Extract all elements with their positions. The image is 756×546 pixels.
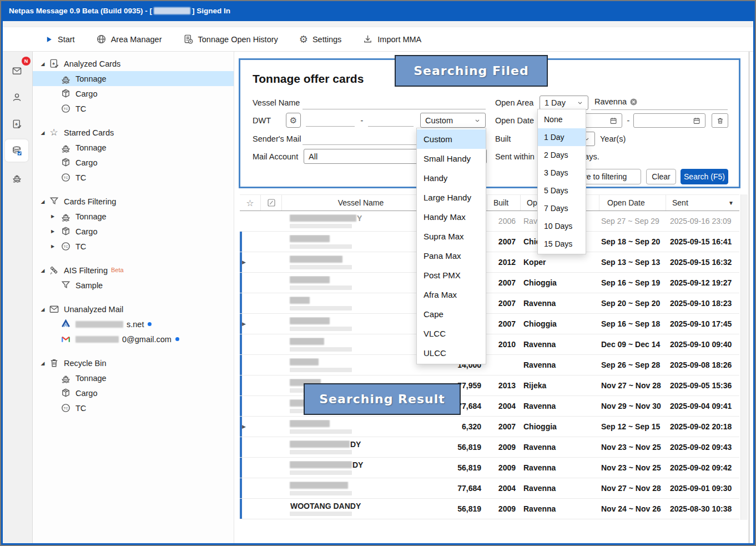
toolbar-tonnage-open-history[interactable]: Tonnage Open History	[183, 34, 278, 44]
dwt-min-input[interactable]	[306, 113, 355, 127]
open-area-range-option-3-days[interactable]: 3 Days	[538, 164, 586, 182]
expanded-triangle-icon[interactable]: ◢	[38, 268, 47, 273]
vessel-name-input[interactable]	[303, 96, 486, 109]
table-scrollbar[interactable]	[740, 194, 748, 520]
sidebar-item-tonnage[interactable]: Tonnage	[33, 370, 234, 385]
row-expand-icon[interactable]: ▶	[240, 424, 260, 429]
expanded-triangle-icon[interactable]: ◢	[38, 130, 47, 136]
column-header-star[interactable]: ☆	[240, 195, 260, 211]
vessel-size-option-ulcc[interactable]: ULCC	[417, 343, 486, 363]
sidebar-item-account[interactable]: s.net	[33, 317, 234, 332]
open-area-range-option-5-days[interactable]: 5 Days	[538, 182, 586, 199]
dwt-settings-button[interactable]: ⚙	[286, 113, 301, 128]
sidebar-group-recycle-bin[interactable]: ◢Recycle Bin	[33, 355, 234, 370]
rail-item-cards[interactable]: ♠	[5, 113, 28, 135]
sidebar-item-cargo[interactable]: ▶Cargo	[33, 224, 234, 239]
sidebar-item-tc[interactable]: TCTC	[33, 400, 234, 415]
rail-item-ship[interactable]	[5, 166, 28, 188]
table-row[interactable]: DY56,8192009RavennaNov 23 ~ Nov 252025-0…	[240, 458, 739, 478]
table-row[interactable]: DY56,8192009RavennaNov 23 ~ Nov 252025-0…	[240, 437, 739, 458]
table-row[interactable]: ▶2007ChioggiaSep 16 ~ Sep 182025-09-10 1…	[240, 314, 739, 334]
vessel-size-option-cape[interactable]: Cape	[417, 304, 486, 324]
sidebar-item-tonnage[interactable]: Tonnage	[33, 140, 234, 155]
open-area-range-option-none[interactable]: None	[538, 111, 586, 128]
vessel-size-option-supra-max[interactable]: Supra Max	[417, 227, 486, 246]
sidebar-group-cards-filtering[interactable]: ◢Cards Filtering	[33, 194, 234, 209]
table-row[interactable]: ▶2012KoperSep 13 ~ Sep 132025-09-15 16:3…	[240, 252, 739, 273]
table-row[interactable]: 2007ChioggiaSep 18 ~ Sep 202025-09-15 16…	[240, 232, 739, 252]
dwt-max-input[interactable]	[368, 113, 414, 127]
chip-close-icon[interactable]	[629, 98, 638, 106]
open-area-range-select[interactable]: 1 Day	[540, 96, 588, 110]
column-header-date[interactable]: Open Date	[599, 195, 666, 211]
sidebar-group-starred-cards[interactable]: ◢☆Starred Cards	[33, 125, 234, 140]
sidebar-item-tonnage[interactable]: ▶Tonnage	[33, 209, 234, 224]
table-row[interactable]: 2007ChioggiaSep 16 ~ Sep 192025-09-12 19…	[240, 273, 739, 293]
toolbar-import-mma[interactable]: Import MMA	[362, 34, 421, 44]
open-area-range-option-10-days[interactable]: 10 Days	[538, 217, 586, 235]
rail-item-mail[interactable]: N	[5, 59, 28, 82]
open-date-end-input[interactable]	[633, 113, 705, 128]
search-button[interactable]: Search (F5)	[681, 169, 728, 184]
vessel-size-option-vlcc[interactable]: VLCC	[417, 324, 486, 343]
table-row[interactable]: WOOTANG DANDY56,8192009RavennaNov 24 ~ N…	[240, 499, 739, 519]
sidebar-group-unanalyzed-mail[interactable]: ◢Unanalyzed Mail	[33, 302, 234, 317]
expanded-triangle-icon[interactable]: ◢	[38, 61, 47, 67]
open-date-cell: Nov 29 ~ Nov 30	[599, 402, 666, 410]
vessel-size-select[interactable]: Custom	[420, 113, 486, 128]
vessel-size-option-post-pmx[interactable]: Post PMX	[417, 266, 486, 285]
table-row[interactable]: 2007RavennaSep 20 ~ Sep 202025-09-10 18:…	[240, 293, 739, 314]
toolbar-start[interactable]: Start	[44, 35, 75, 44]
sidebar-item-cargo[interactable]: Cargo	[33, 385, 234, 400]
built-cell: 2007	[487, 319, 520, 328]
table-row[interactable]: 77,6842004RavennaNov 27 ~ Nov 282025-09-…	[240, 478, 739, 499]
table-row[interactable]: 2010RavennaDec 09 ~ Dec 142025-09-10 09:…	[240, 334, 739, 355]
toolbar-settings[interactable]: ⚙Settings	[299, 33, 342, 46]
open-area-range-option-7-days[interactable]: 7 Days	[538, 199, 586, 217]
open-area-range-option-1-day[interactable]: 1 Day	[538, 128, 586, 146]
sidebar-group-analyzed-cards[interactable]: ◢♠Analyzed Cards	[33, 56, 234, 71]
table-row[interactable]: Y2006RavennaSep 27 ~ Sep 292025-09-16 23…	[240, 211, 739, 232]
expanded-triangle-icon[interactable]: ◢	[38, 307, 47, 312]
rail-item-db[interactable]	[5, 139, 28, 162]
column-header-sent[interactable]: Sent▼	[666, 195, 739, 211]
row-expand-icon[interactable]: ▶	[240, 259, 260, 265]
rail-item-person[interactable]	[5, 86, 28, 108]
sidebar-item-tonnage[interactable]: Tonnage	[33, 71, 234, 86]
collapsed-triangle-icon[interactable]: ▶	[49, 229, 59, 234]
sidebar-item-tc[interactable]: ▶TCTC	[33, 239, 234, 254]
vessel-size-option-handy[interactable]: Handy	[417, 168, 486, 188]
sent-cell: 2025-09-02 09:42	[666, 463, 739, 472]
vessel-size-option-small-handy[interactable]: Small Handy	[417, 149, 486, 168]
expanded-triangle-icon[interactable]: ◢	[38, 199, 47, 204]
sidebar-item-cargo[interactable]: Cargo	[33, 155, 234, 170]
vessel-size-option-pana-max[interactable]: Pana Max	[417, 246, 486, 266]
clear-button[interactable]: Clear	[646, 169, 676, 184]
vessel-size-option-afra-max[interactable]: Afra Max	[417, 285, 486, 304]
sidebar-item-cargo[interactable]: Cargo	[33, 86, 234, 101]
column-header-built[interactable]: Built	[487, 195, 520, 211]
toolbar-area-manager[interactable]: Area Manager	[96, 34, 162, 44]
collapsed-triangle-icon[interactable]: ▶	[49, 214, 59, 219]
vessel-size-option-handy-max[interactable]: Handy Max	[417, 207, 486, 227]
row-expand-icon[interactable]: ▶	[240, 321, 260, 327]
tc-icon: TC	[61, 241, 71, 252]
sidebar-group-ais-filtering[interactable]: ◢AIS FilteringBeta	[33, 263, 234, 278]
vessel-size-option-custom[interactable]: Custom	[417, 129, 486, 149]
sidebar-item-sample[interactable]: Sample	[33, 278, 234, 293]
expanded-triangle-icon[interactable]: ◢	[38, 360, 47, 366]
open-date-clear-button[interactable]	[712, 113, 728, 128]
sidebar-item-tc[interactable]: TCTC	[33, 170, 234, 185]
sidebar-item-account[interactable]: 0@gmail.com	[33, 332, 234, 347]
column-header-note[interactable]	[260, 195, 281, 211]
table-row[interactable]: 14,000RavennaSep 26 ~ Sep 282025-09-08 1…	[240, 355, 739, 375]
table-row[interactable]: ▶6,3202007ChioggiaSep 12 ~ Sep 152025-09…	[240, 417, 739, 437]
redacted-vessel-subline	[290, 470, 352, 475]
collapsed-triangle-icon[interactable]: ▶	[49, 244, 59, 249]
redacted-vessel-subline	[290, 327, 352, 331]
titlebar-redacted-username	[154, 7, 190, 14]
vessel-size-option-large-handy[interactable]: Large Handy	[417, 188, 486, 207]
open-area-range-option-15-days[interactable]: 15 Days	[538, 235, 586, 253]
open-area-range-option-2-days[interactable]: 2 Days	[538, 146, 586, 164]
sidebar-item-tc[interactable]: TCTC	[33, 101, 234, 116]
